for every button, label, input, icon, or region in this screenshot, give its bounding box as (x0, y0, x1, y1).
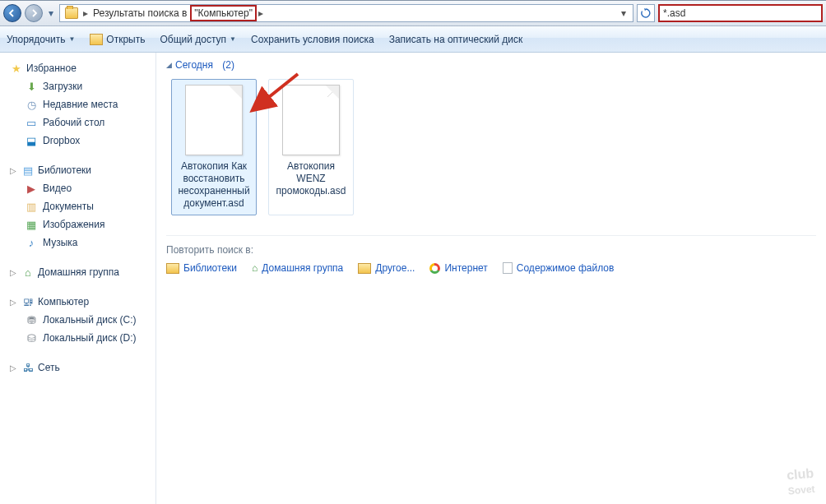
repeat-search-panel: Повторить поиск в: Библиотеки ⌂Домашняя … (166, 235, 816, 274)
desktop-icon: ▭ (25, 116, 38, 129)
sidebar-item-dropbox[interactable]: ⬓Dropbox (0, 132, 155, 150)
share-menu[interactable]: Общий доступ▼ (160, 34, 236, 45)
folder-icon (65, 7, 78, 19)
sidebar-item-videos[interactable]: ▶Видео (0, 179, 155, 197)
libraries-header[interactable]: ▷▤Библиотеки (0, 161, 155, 179)
file-item[interactable]: Автокопия Как восстановить несохраненный… (171, 79, 257, 215)
repeat-search-label: Повторить поиск в: (166, 244, 816, 256)
video-icon: ▶ (25, 182, 38, 195)
navigation-bar: ▾ ▸ Результаты поиска в "Компьютер" ▸ ▾ (0, 0, 826, 26)
content-pane: ◢ Сегодня (2) Автокопия Как восстановить… (156, 53, 826, 504)
sidebar-item-downloads[interactable]: ⬇Загрузки (0, 77, 155, 95)
recent-icon: ◷ (25, 98, 38, 111)
sidebar-item-music[interactable]: ♪Музыка (0, 234, 155, 252)
forward-button[interactable] (25, 4, 43, 22)
network-header[interactable]: ▷🖧Сеть (0, 358, 155, 377)
favorites-header[interactable]: ★Избранное (0, 59, 155, 77)
homegroup-icon: ⌂ (21, 266, 35, 279)
refresh-button[interactable] (637, 4, 655, 22)
search-location-content[interactable]: Содержимое файлов (503, 262, 615, 274)
group-header-today[interactable]: ◢ Сегодня (2) (166, 59, 816, 71)
file-name: Автокопия Как восстановить несохраненный… (175, 160, 253, 210)
collapse-icon: ◢ (166, 61, 172, 69)
sidebar-item-desktop[interactable]: ▭Рабочий стол (0, 113, 155, 132)
folder-icon (166, 263, 179, 274)
breadcrumb-location[interactable]: "Компьютер" (190, 5, 257, 21)
file-item[interactable]: Автокопия WENZ промокоды.asd (268, 79, 354, 215)
file-name: Автокопия WENZ промокоды.asd (272, 160, 350, 197)
computer-group: ▷🖳Компьютер ⛃Локальный диск (C:) ⛁Локаль… (0, 293, 155, 347)
homegroup-icon: ⌂ (252, 262, 258, 274)
star-icon: ★ (10, 62, 23, 75)
history-dropdown[interactable]: ▾ (46, 4, 56, 22)
navigation-pane: ★Избранное ⬇Загрузки ◷Недавние места ▭Ра… (0, 53, 156, 504)
disk-icon: ⛁ (25, 331, 38, 344)
folder-icon (358, 263, 371, 274)
pictures-icon: ▦ (25, 218, 38, 231)
network-icon: 🖧 (21, 361, 35, 374)
favorites-group: ★Избранное ⬇Загрузки ◷Недавние места ▭Ра… (0, 59, 155, 150)
homegroup-group: ▷⌂Домашняя группа (0, 263, 155, 281)
page-icon (503, 262, 513, 274)
main-area: ★Избранное ⬇Загрузки ◷Недавние места ▭Ра… (0, 53, 826, 504)
sidebar-item-disk-d[interactable]: ⛁Локальный диск (D:) (0, 329, 155, 347)
expand-icon[interactable]: ▷ (10, 268, 18, 277)
search-location-other[interactable]: Другое... (358, 262, 415, 274)
address-dropdown[interactable]: ▾ (616, 7, 631, 19)
sidebar-item-documents[interactable]: ▥Документы (0, 197, 155, 215)
back-button[interactable] (3, 4, 21, 22)
search-location-internet[interactable]: Интернет (429, 262, 487, 274)
save-search-button[interactable]: Сохранить условия поиска (251, 34, 374, 45)
chrome-icon (429, 263, 440, 274)
computer-icon: 🖳 (21, 295, 35, 308)
disk-icon: ⛃ (25, 313, 38, 326)
libraries-group: ▷▤Библиотеки ▶Видео ▥Документы ▦Изображе… (0, 161, 155, 252)
search-location-homegroup[interactable]: ⌂Домашняя группа (252, 262, 343, 274)
computer-header[interactable]: ▷🖳Компьютер (0, 293, 155, 311)
network-group: ▷🖧Сеть (0, 358, 155, 377)
expand-icon[interactable]: ▷ (10, 166, 18, 175)
burn-button[interactable]: Записать на оптический диск (389, 34, 523, 45)
organize-menu[interactable]: Упорядочить▼ (7, 34, 75, 45)
music-icon: ♪ (25, 236, 38, 249)
libraries-icon: ▤ (21, 164, 35, 177)
address-bar[interactable]: ▸ Результаты поиска в "Компьютер" ▸ ▾ (59, 4, 633, 22)
dropbox-icon: ⬓ (25, 134, 38, 147)
file-list: Автокопия Как восстановить несохраненный… (171, 79, 816, 215)
sidebar-item-disk-c[interactable]: ⛃Локальный диск (C:) (0, 311, 155, 329)
search-box[interactable] (658, 4, 823, 22)
command-toolbar: Упорядочить▼ Открыть Общий доступ▼ Сохра… (0, 26, 826, 53)
documents-icon: ▥ (25, 200, 38, 213)
file-icon (185, 85, 243, 155)
sidebar-item-pictures[interactable]: ▦Изображения (0, 215, 155, 234)
breadcrumb-prefix: Результаты поиска в (90, 7, 190, 19)
search-input[interactable] (663, 7, 818, 19)
sidebar-item-recent[interactable]: ◷Недавние места (0, 95, 155, 113)
downloads-icon: ⬇ (25, 80, 38, 93)
file-icon (282, 85, 340, 155)
breadcrumb-arrow-icon: ▸ (81, 7, 90, 19)
expand-icon[interactable]: ▷ (10, 363, 18, 372)
open-folder-icon (90, 34, 103, 45)
homegroup-header[interactable]: ▷⌂Домашняя группа (0, 263, 155, 281)
breadcrumb-arrow-icon[interactable]: ▸ (257, 7, 265, 19)
expand-icon[interactable]: ▷ (10, 298, 18, 307)
open-button[interactable]: Открыть (90, 34, 145, 45)
search-location-libraries[interactable]: Библиотеки (166, 262, 237, 274)
